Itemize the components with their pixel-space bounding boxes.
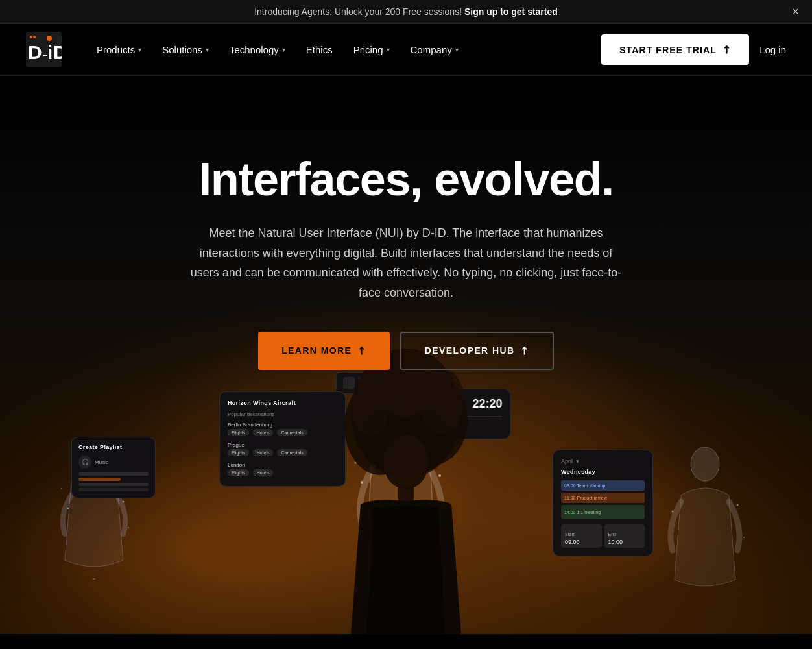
calendar-card: April ▾ Wednesday 09:00 Team standup 11:… bbox=[553, 450, 653, 556]
right-avatar-area: April ▾ Wednesday 09:00 Team standup 11:… bbox=[663, 437, 747, 595]
chevron-down-icon: ▾ bbox=[138, 46, 141, 53]
developer-hub-button[interactable]: DEVELOPER HUB ↗ bbox=[400, 332, 554, 370]
chevron-down-icon: ▾ bbox=[455, 46, 459, 53]
chevron-down-icon: ▾ bbox=[387, 46, 390, 53]
right-avatar-svg bbox=[663, 437, 747, 593]
nav-actions: START FREE TRIAL ↗ Log in bbox=[601, 34, 786, 65]
left-card-item-1: 🎧 Music bbox=[78, 456, 149, 469]
svg-point-13 bbox=[93, 578, 95, 580]
nav-item-ethics[interactable]: Ethics bbox=[297, 39, 342, 60]
announcement-cta[interactable]: Sign up to get started bbox=[464, 6, 558, 17]
nav-item-pricing[interactable]: Pricing ▾ bbox=[344, 39, 399, 60]
left-floating-card: Create Playlist 🎧 Music bbox=[71, 437, 156, 498]
start-free-trial-button[interactable]: START FREE TRIAL ↗ bbox=[601, 34, 749, 65]
svg-point-5 bbox=[30, 36, 32, 38]
nav-item-company[interactable]: Company ▾ bbox=[401, 39, 468, 60]
learn-more-arrow-icon: ↗ bbox=[354, 343, 370, 358]
announcement-text: Introducing Agents: Unlock your 200 Free… bbox=[254, 6, 462, 17]
svg-point-21 bbox=[737, 504, 739, 506]
chevron-down-icon: ▾ bbox=[282, 46, 285, 53]
nav-item-technology[interactable]: Technology ▾ bbox=[221, 39, 294, 60]
svg-point-4 bbox=[47, 36, 52, 41]
svg-point-16 bbox=[355, 462, 357, 464]
announcement-bar: Introducing Agents: Unlock your 200 Free… bbox=[0, 0, 812, 24]
hero-title: Interfaces, evolved. bbox=[185, 154, 627, 205]
hero-content: Interfaces, evolved. Meet the Natural Us… bbox=[173, 154, 639, 409]
svg-point-6 bbox=[33, 36, 36, 38]
nav-item-solutions[interactable]: Solutions ▾ bbox=[153, 39, 218, 60]
devhub-arrow-icon: ↗ bbox=[517, 343, 532, 358]
svg-text:D: D bbox=[53, 42, 62, 63]
calendar-events: 09:00 Team standup 11:00 Product review … bbox=[561, 480, 645, 519]
svg-point-22 bbox=[743, 537, 745, 538]
dest-1: Berlin Brandenburg Flights Hotels Car re… bbox=[228, 422, 337, 438]
headphone-icon: 🎧 bbox=[78, 456, 91, 469]
chevron-down-icon: ▾ bbox=[206, 46, 209, 53]
left-avatar-area: Create Playlist 🎧 Music bbox=[52, 430, 136, 582]
flight-tags: Economy Direct bbox=[409, 422, 503, 431]
left-card-list bbox=[78, 472, 149, 491]
svg-point-17 bbox=[438, 474, 441, 477]
svg-point-18 bbox=[446, 508, 448, 509]
svg-text:i: i bbox=[47, 42, 53, 63]
navbar: D - i D Products ▾ Solutions ▾ Technolog… bbox=[0, 24, 812, 76]
hero-section: Interfaces, evolved. Meet the Natural Us… bbox=[0, 76, 812, 634]
nav-item-products[interactable]: Products ▾ bbox=[88, 39, 150, 60]
nav-links: Products ▾ Solutions ▾ Technology ▾ Ethi… bbox=[88, 39, 601, 60]
svg-point-10 bbox=[61, 488, 62, 489]
destinations-label: Popular destinations bbox=[228, 411, 337, 417]
announcement-close-button[interactable]: × bbox=[792, 5, 799, 19]
hero-buttons: LEARN MORE ↗ DEVELOPER HUB ↗ bbox=[185, 332, 627, 370]
hero-subtitle: Meet the Natural User Interface (NUI) by… bbox=[185, 223, 627, 302]
logo-svg: D - i D bbox=[26, 32, 62, 67]
learn-more-button[interactable]: LEARN MORE ↗ bbox=[258, 332, 390, 370]
svg-point-19 bbox=[691, 447, 719, 481]
login-button[interactable]: Log in bbox=[759, 44, 786, 55]
svg-point-12 bbox=[128, 527, 129, 528]
logo[interactable]: D - i D bbox=[26, 32, 62, 67]
dest-2: Prague Flights Hotels Car rentals bbox=[228, 442, 337, 458]
dest-3: London Flights Hotels bbox=[228, 462, 337, 478]
calendar-header: April ▾ bbox=[561, 458, 645, 465]
left-card-title: Create Playlist bbox=[78, 444, 149, 450]
calendar-time-inputs: Start 09:00 End 10:00 bbox=[561, 524, 645, 548]
arrow-icon: ↗ bbox=[719, 42, 734, 57]
svg-text:D: D bbox=[28, 42, 42, 63]
